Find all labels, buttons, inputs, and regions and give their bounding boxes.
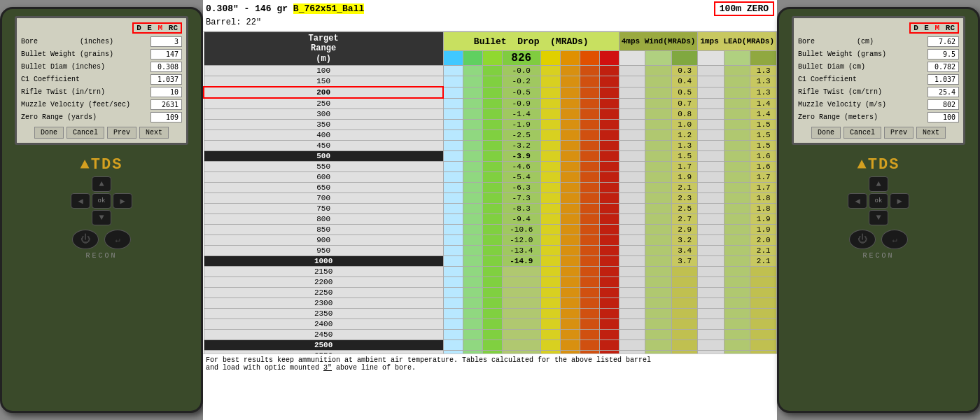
field-bullet-diam: Bullet Diam (inches) — [21, 62, 182, 72]
left-mode-indicator: D E M RC — [132, 22, 182, 34]
prev-button[interactable]: Prev — [107, 127, 136, 139]
right-dpad-down[interactable]: ▼ — [869, 210, 888, 225]
ammo-title: 0.308" - 146 gr B_762x51_Ball — [206, 4, 364, 14]
table-row: 600 — [204, 172, 443, 183]
right-muzzle-input[interactable] — [927, 99, 959, 110]
right-twist-input[interactable] — [927, 87, 959, 97]
cancel-button[interactable]: Cancel — [66, 127, 104, 139]
bullet-diam-input[interactable] — [150, 62, 182, 72]
right-field-twist: Rifle Twist (cm/trn) — [798, 87, 959, 97]
lead-value — [750, 319, 777, 330]
drop-value: -13.4 — [502, 246, 540, 256]
left-device-buttons: Done Cancel Prev Next — [21, 127, 182, 139]
dpad-ok[interactable]: ok — [92, 193, 111, 209]
mode-rc[interactable]: RC — [169, 24, 178, 32]
table-row: 2250 — [204, 288, 443, 298]
drop-value: -0.9 — [502, 98, 540, 109]
drop-value: -9.4 — [502, 214, 540, 225]
right-bullet-weight-input[interactable] — [927, 49, 959, 59]
drop-value: -0.2 — [502, 76, 540, 88]
right-muzzle-label: Muzzle Velocity (m/s) — [798, 101, 927, 108]
wind-value: 0.7 — [671, 98, 698, 109]
range-header: TargetRange(m) — [204, 32, 443, 66]
right-mode-d[interactable]: D — [913, 24, 918, 32]
zero-label: Zero Range (yards) — [21, 113, 150, 121]
right-device: D E M RC Bore (cm) Bullet Weight (grams)… — [777, 7, 980, 413]
right-power-button[interactable]: ⏻ — [849, 230, 876, 249]
right-dpad-up[interactable]: ▲ — [869, 176, 888, 192]
wind-value — [671, 319, 698, 330]
bullet-weight-input[interactable] — [150, 49, 182, 59]
right-cancel-button[interactable]: Cancel — [844, 127, 881, 139]
right-mode-e[interactable]: E — [924, 24, 929, 32]
dpad-right[interactable]: ▶ — [113, 193, 132, 209]
lead-value: 1.5 — [750, 130, 777, 141]
table-scroll-area[interactable]: TargetRange(m) Bullet Drop (MRADs) 4mps … — [203, 31, 777, 354]
ammo-title-row: 0.308" - 146 gr B_762x51_Ball 100m ZERO — [206, 1, 774, 16]
twist-input[interactable] — [150, 87, 182, 97]
wind-value: 3.4 — [671, 246, 698, 256]
muzzle-input[interactable] — [150, 99, 182, 110]
right-bullet-weight-label: Bullet Weight (grams) — [798, 50, 927, 58]
left-device-screen: D E M RC Bore (inches) Bullet Weight (gr… — [15, 16, 188, 145]
table-row: 2500 — [204, 340, 443, 351]
field-zero: Zero Range (yards) — [21, 112, 182, 122]
dpad-up[interactable]: ▲ — [92, 176, 111, 192]
drop-highlight-cell: 826 — [502, 51, 540, 66]
next-button[interactable]: Next — [139, 127, 169, 139]
right-bullet-diam-input[interactable] — [927, 62, 959, 72]
power-button[interactable]: ⏻ — [72, 230, 99, 249]
right-recon-label: RECON — [862, 252, 894, 260]
right-next-button[interactable]: Next — [916, 127, 946, 139]
left-dpad: ▲ ◀ ok ▶ ▼ — [71, 176, 132, 225]
bore-label: Bore (inches) — [21, 38, 150, 46]
right-bore-input[interactable] — [927, 36, 959, 47]
drop-value — [502, 267, 540, 277]
right-enter-button[interactable]: ↵ — [881, 230, 908, 249]
wind-value — [671, 298, 698, 309]
dpad-left[interactable]: ◀ — [71, 193, 90, 209]
wind-value — [671, 267, 698, 277]
right-mode-indicator: D E M RC — [909, 22, 959, 34]
wind-value: 2.7 — [671, 214, 698, 225]
right-dpad: ▲ ◀ ok ▶ ▼ — [848, 176, 909, 225]
wind-value: 0.4 — [671, 76, 698, 88]
right-c1-input[interactable] — [927, 74, 959, 85]
right-prev-button[interactable]: Prev — [884, 127, 913, 139]
wind-header: 4mps Wind(MRADs) — [619, 32, 698, 51]
bore-input[interactable] — [150, 36, 182, 47]
lead-value: 2.1 — [750, 256, 777, 267]
right-field-bullet-diam: Bullet Diam (cm) — [798, 62, 959, 72]
drop-value: -3.2 — [502, 141, 540, 151]
mode-e[interactable]: E — [147, 24, 152, 32]
field-bore: Bore (inches) — [21, 36, 182, 47]
done-button[interactable]: Done — [34, 127, 64, 139]
right-mode-m[interactable]: M — [935, 24, 940, 32]
barrel-info: Barrel: 22" — [206, 18, 774, 27]
right-dpad-ok[interactable]: ok — [869, 193, 888, 209]
drop-value: -12.0 — [502, 235, 540, 246]
wind-value: 1.2 — [671, 130, 698, 141]
table-row: 500 — [204, 151, 443, 162]
right-done-button[interactable]: Done — [811, 127, 841, 139]
mode-d[interactable]: D — [136, 24, 141, 32]
table-row: 200 — [204, 87, 443, 98]
enter-button[interactable]: ↵ — [104, 230, 131, 249]
mode-m[interactable]: M — [158, 24, 163, 32]
main-container: D E M RC Bore (inches) Bullet Weight (gr… — [0, 0, 980, 420]
drop-value: -10.6 — [502, 225, 540, 235]
right-field-bullet-weight: Bullet Weight (grams) — [798, 49, 959, 59]
right-zero-label: Zero Range (meters) — [798, 113, 927, 121]
drop-value — [502, 298, 540, 309]
right-dpad-left[interactable]: ◀ — [848, 193, 867, 209]
right-mode-rc[interactable]: RC — [946, 24, 955, 32]
drop-value — [502, 277, 540, 288]
dpad-down[interactable]: ▼ — [92, 210, 111, 225]
right-zero-input[interactable] — [927, 112, 959, 122]
c1-input[interactable] — [150, 74, 182, 85]
drop-value — [502, 330, 540, 340]
drop-value: -1.9 — [502, 120, 540, 130]
right-dpad-right[interactable]: ▶ — [890, 193, 909, 209]
center-table-area: 0.308" - 146 gr B_762x51_Ball 100m ZERO … — [203, 0, 777, 420]
zero-input[interactable] — [150, 112, 182, 122]
